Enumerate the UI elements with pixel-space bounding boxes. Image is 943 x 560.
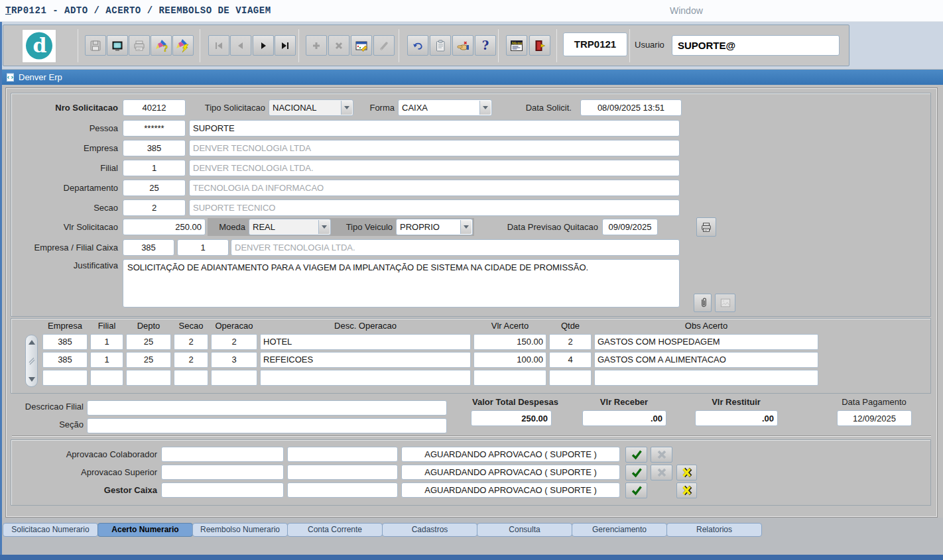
data-solicit-field[interactable]: 08/09/2025 13:51: [580, 99, 682, 116]
moeda-select[interactable]: REAL: [249, 219, 331, 235]
justificativa-field[interactable]: SOLICITAÇÃO DE ADIANTAMENTO PARA A VIAGE…: [123, 259, 680, 308]
scroll-down-icon[interactable]: [27, 375, 36, 384]
aprovacao-colaborador-user-field[interactable]: [161, 447, 284, 462]
approve-superior-button[interactable]: [625, 465, 647, 480]
tab-solicitacao-numerario[interactable]: Solicitacao Numerario: [3, 523, 98, 537]
grid-cell[interactable]: GASTOS COM A ALIMENTACAO: [594, 352, 818, 368]
pessoa-nome-field[interactable]: SUPORTE: [189, 120, 680, 137]
grid-cell[interactable]: 385: [42, 334, 88, 350]
grid-cell[interactable]: 3: [211, 352, 257, 368]
tab-conta-corrente[interactable]: Conta Corrente: [287, 523, 383, 537]
tab-cadastros[interactable]: Cadastros: [382, 523, 477, 537]
enter-query-button[interactable]: ?: [151, 35, 172, 56]
tipo-veiculo-select[interactable]: PROPRIO: [396, 219, 473, 235]
aprovacao-superior-user-field[interactable]: [161, 465, 284, 480]
filial-caixa-field[interactable]: 1: [177, 239, 229, 256]
approve-gestor-button[interactable]: [625, 482, 647, 498]
next-record-button[interactable]: [253, 35, 274, 56]
grid-cell[interactable]: 2: [174, 352, 208, 368]
gestor-caixa-date-field[interactable]: [287, 482, 398, 498]
menu-window[interactable]: Window: [670, 5, 703, 16]
clipboard-button[interactable]: [430, 35, 451, 56]
scroll-up-icon[interactable]: [27, 338, 36, 347]
grid-cell[interactable]: [473, 370, 546, 386]
grid-cell[interactable]: 2: [549, 334, 592, 350]
approve-colaborador-button[interactable]: [625, 447, 647, 463]
grid-cell[interactable]: [211, 370, 257, 386]
grid-cell[interactable]: REFEICOES: [260, 352, 471, 368]
grid-cell[interactable]: GASTOS COM HOSPEDAGEM: [594, 334, 818, 350]
usuario-field[interactable]: SUPORTE@: [672, 35, 840, 56]
menu-button[interactable]: Menu: [506, 35, 527, 56]
gestor-caixa-user-field[interactable]: [161, 482, 284, 498]
grid-cell[interactable]: [126, 370, 171, 386]
departamento-code-field[interactable]: 25: [123, 180, 186, 196]
grid-cell[interactable]: 4: [549, 352, 592, 368]
secao-code-field[interactable]: 2: [123, 199, 186, 216]
grid-cell[interactable]: 25: [126, 352, 171, 368]
empresa-caixa-field[interactable]: 385: [123, 239, 174, 256]
screen-button[interactable]: [107, 35, 128, 56]
first-record-button[interactable]: [208, 35, 229, 56]
grid-cell[interactable]: 2: [174, 334, 208, 350]
reject-colaborador-button[interactable]: [651, 447, 672, 463]
forma-select[interactable]: CAIXA: [398, 99, 492, 116]
tab-relatorios[interactable]: Relatorios: [666, 523, 762, 537]
grid-cell[interactable]: 100.00: [473, 352, 546, 368]
cancel-gestor-button[interactable]: [676, 482, 697, 498]
chevron-down-icon[interactable]: [341, 101, 352, 115]
tab-consulta[interactable]: Consulta: [477, 523, 572, 537]
grid-cell[interactable]: [90, 370, 123, 386]
image-attachment-button[interactable]: [715, 294, 735, 312]
insert-record-button[interactable]: [306, 35, 327, 56]
grid-cell[interactable]: 1: [90, 334, 123, 350]
print-request-button[interactable]: [696, 217, 716, 237]
cancel-superior-button[interactable]: [676, 465, 697, 480]
vlr-solicitacao-field[interactable]: 250.00: [123, 219, 206, 235]
execute-query-button[interactable]: [172, 35, 194, 56]
grid-cell[interactable]: [549, 370, 592, 386]
grid-cell[interactable]: [174, 370, 208, 386]
grid-cell[interactable]: [260, 370, 471, 386]
empresa-code-field[interactable]: 385: [123, 140, 186, 156]
hand-grab-button[interactable]: [452, 35, 473, 56]
query-window-button[interactable]: [351, 35, 372, 56]
grid-cell[interactable]: 1: [90, 352, 123, 368]
filial-code-field[interactable]: 1: [123, 160, 186, 176]
print-button[interactable]: [129, 35, 150, 56]
delete-record-button[interactable]: [328, 35, 349, 56]
tab-gerenciamento[interactable]: Gerenciamento: [572, 523, 667, 537]
data-pagamento-field[interactable]: 12/09/2025: [837, 410, 912, 426]
tab-reembolso-numerario[interactable]: Reembolso Numerario: [192, 523, 288, 537]
descricao-filial-field[interactable]: [87, 400, 447, 416]
previous-record-button[interactable]: [230, 35, 251, 56]
grid-cell[interactable]: [42, 370, 88, 386]
data-previsao-field[interactable]: 09/09/2025: [602, 219, 658, 235]
aprovacao-superior-date-field[interactable]: [287, 465, 398, 480]
grid-cell[interactable]: [594, 370, 818, 386]
edit-record-button[interactable]: [373, 35, 395, 56]
chevron-down-icon[interactable]: [479, 101, 491, 115]
chevron-down-icon[interactable]: [460, 220, 472, 234]
tab-acerto-numerario[interactable]: Acerto Numerario: [97, 523, 193, 537]
grid-cell[interactable]: 2: [211, 334, 257, 350]
pessoa-code-field[interactable]: ******: [123, 120, 186, 137]
exit-button[interactable]: [529, 35, 550, 56]
undo-button[interactable]: [407, 35, 428, 56]
chevron-down-icon[interactable]: [318, 220, 330, 234]
grid-cell[interactable]: 25: [126, 334, 171, 350]
save-button[interactable]: [85, 35, 106, 56]
scrollbar-grip-icon[interactable]: [28, 357, 36, 368]
attachment-button[interactable]: [694, 294, 712, 312]
reject-superior-button[interactable]: [651, 465, 672, 480]
tipo-solicitacao-select[interactable]: NACIONAL: [269, 99, 353, 116]
grid-scrollbar[interactable]: [25, 335, 38, 387]
last-record-button[interactable]: [275, 35, 296, 56]
aprovacao-colaborador-date-field[interactable]: [287, 447, 398, 462]
help-button[interactable]: ?: [475, 35, 496, 56]
secao-total-field[interactable]: [87, 418, 447, 433]
grid-cell[interactable]: HOTEL: [260, 334, 471, 350]
grid-cell[interactable]: 150.00: [473, 334, 546, 350]
nro-solicitacao-field[interactable]: 40212: [123, 99, 186, 116]
grid-cell[interactable]: 385: [42, 352, 88, 368]
